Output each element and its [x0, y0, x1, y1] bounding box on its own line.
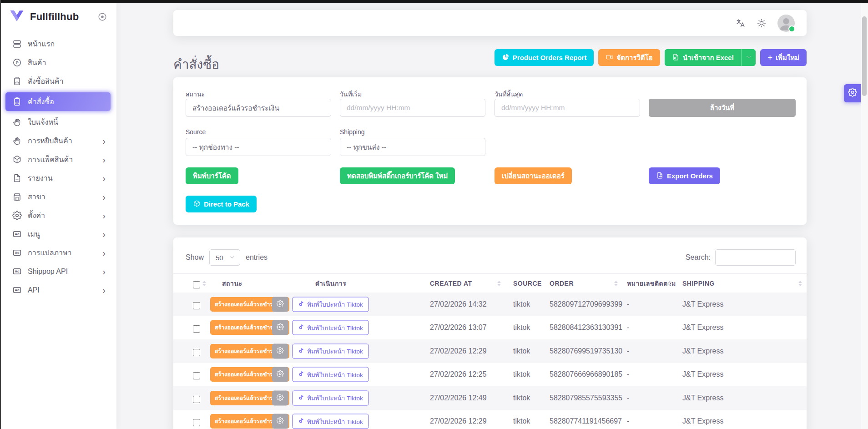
row-checkbox[interactable]	[193, 372, 200, 379]
print-tiktok-label-text: พิมพ์ใบปะหน้า Tiktok	[307, 323, 363, 333]
shipping-filter-select[interactable]: -- ทุกขนส่ง --	[340, 138, 485, 156]
table-header-row: สถานะ ดำเนินการ CREATED AT SOURCE ORDER …	[173, 273, 807, 293]
sidebar-item-purchase-orders[interactable]: สั่งซื้อสินค้า	[0, 72, 116, 91]
video-icon	[606, 53, 613, 62]
theme-toggle-sun-icon[interactable]	[757, 18, 767, 28]
tiktok-icon	[298, 418, 304, 425]
tracking-cell: -	[627, 394, 629, 402]
print-tiktok-label-button[interactable]: พิมพ์ใบปะหน้า Tiktok	[292, 367, 369, 382]
add-new-button[interactable]: + เพิ่มใหม่	[760, 49, 807, 66]
import-excel-dropdown-toggle[interactable]	[741, 49, 756, 66]
sort-icon[interactable]	[668, 274, 671, 293]
sort-icon[interactable]	[497, 274, 501, 293]
sidebar-item-reports[interactable]: รายงาน ›	[0, 169, 116, 187]
import-excel-button[interactable]: นำเข้าจาก Excel	[665, 49, 741, 66]
sidebar-item-label: เมนู	[28, 228, 40, 240]
box-icon	[193, 200, 201, 209]
row-checkbox[interactable]	[193, 419, 200, 426]
column-header-shipping[interactable]: SHIPPING	[682, 274, 715, 293]
print-tiktok-label-button[interactable]: พิมพ์ใบปะหน้า Tiktok	[292, 343, 369, 358]
row-checkbox[interactable]	[193, 325, 200, 333]
page-scrollbar[interactable]	[861, 3, 868, 429]
tiktok-icon	[298, 347, 304, 355]
end-date-input[interactable]	[495, 99, 640, 117]
direct-to-pack-button[interactable]: Direct to Pack	[186, 196, 257, 212]
status-filter-select[interactable]: สร้างออเดอร์แล้วรอชำระเงิน	[186, 99, 331, 117]
export-orders-button[interactable]: Export Orders	[649, 167, 720, 184]
sidebar-item-branches[interactable]: สาขา ›	[0, 187, 116, 206]
row-settings-button[interactable]	[272, 367, 288, 382]
tracking-cell: -	[627, 347, 629, 355]
row-settings-button[interactable]	[272, 297, 288, 312]
sidebar-item-menu[interactable]: Ad เมนู ›	[0, 225, 116, 243]
sidebar-item-api[interactable]: Ad API ›	[0, 281, 116, 299]
change-order-status-button[interactable]: เปลี่ยนสถานะออเดอร์	[495, 167, 572, 184]
created-at-cell: 27/02/2026 12:25	[430, 370, 487, 379]
sidebar-item-label: สาขา	[28, 191, 45, 202]
source-filter-select[interactable]: -- ทุกช่องทาง --	[186, 138, 331, 156]
source-cell: tiktok	[513, 347, 530, 355]
sidebar-item-shippop-api[interactable]: Ad Shippop API ›	[0, 262, 116, 281]
sidebar-item-orders[interactable]: คำสั่งซื้อ	[5, 92, 111, 111]
sidebar-item-packing[interactable]: การแพ็คสินค้า ›	[0, 150, 116, 169]
column-header-source[interactable]: SOURCE	[513, 274, 542, 293]
sidebar-item-translation[interactable]: Ad การแปลภาษา ›	[0, 243, 116, 262]
table-row: สร้างออเดอร์แล้วรอชำระเงิน พิมพ์ใบปะหน้า…	[173, 363, 807, 387]
source-cell: tiktok	[513, 417, 530, 425]
topbar	[173, 10, 807, 36]
row-checkbox[interactable]	[193, 349, 200, 356]
row-checkbox[interactable]	[193, 396, 200, 403]
print-tiktok-label-button[interactable]: พิมพ์ใบปะหน้า Tiktok	[292, 297, 369, 312]
hand-icon	[12, 117, 22, 127]
start-date-input[interactable]	[340, 99, 485, 117]
chevron-down-icon	[745, 54, 752, 62]
row-checkbox[interactable]	[193, 302, 200, 309]
sidebar-item-label: การหยิบสินค้า	[28, 135, 72, 146]
page-size-value: 50	[216, 254, 223, 262]
sort-icon[interactable]	[614, 274, 618, 293]
sidebar-item-products[interactable]: P สินค้า	[0, 53, 116, 72]
row-settings-button[interactable]	[272, 414, 288, 429]
ad-icon: Ad	[12, 229, 22, 239]
row-settings-button[interactable]	[272, 343, 288, 358]
gear-icon	[277, 347, 284, 355]
clear-dates-button[interactable]: ล้างวันที่	[649, 99, 796, 117]
page-size-select[interactable]: 50	[209, 249, 240, 266]
translate-icon[interactable]	[736, 18, 746, 28]
theme-customizer-toggle[interactable]	[844, 84, 861, 102]
scrollbar-thumb[interactable]	[862, 16, 867, 96]
row-settings-button[interactable]	[272, 320, 288, 335]
search-input[interactable]	[715, 249, 796, 266]
page-header-actions: Product Orders Report จัดการวิดีโอ นำเข้…	[173, 49, 807, 66]
column-header-status[interactable]: สถานะ	[222, 274, 242, 293]
column-header-order[interactable]: ORDER	[550, 274, 574, 293]
sort-icon[interactable]	[798, 274, 802, 293]
tiktok-icon	[298, 394, 304, 402]
sidebar-item-settings[interactable]: ตั้งค่า ›	[0, 206, 116, 225]
test-print-barcode-sticker-button[interactable]: ทดสอบพิมพ์สติ๊กเกอร์บาร์โค้ด ใหม่	[340, 167, 455, 184]
row-settings-button[interactable]	[272, 390, 288, 405]
sidebar-item-label: สินค้า	[28, 57, 46, 68]
order-number-cell: 582807741191456697	[550, 417, 622, 425]
gear-icon	[277, 417, 284, 426]
print-tiktok-label-button[interactable]: พิมพ์ใบปะหน้า Tiktok	[292, 414, 369, 429]
user-avatar[interactable]	[777, 15, 795, 32]
manage-video-button[interactable]: จัดการวิดีโอ	[598, 49, 660, 66]
sidebar-item-home[interactable]: หน้าแรก	[0, 35, 116, 53]
sidebar-item-picking[interactable]: การหยิบสินค้า ›	[0, 131, 116, 150]
search-label: Search:	[686, 253, 711, 262]
product-orders-report-button[interactable]: Product Orders Report	[495, 49, 594, 66]
print-tiktok-label-button[interactable]: พิมพ์ใบปะหน้า Tiktok	[292, 390, 369, 405]
sort-icon[interactable]	[202, 274, 206, 293]
start-date-label: วันที่เริ่ม	[340, 89, 362, 99]
brand-logo-icon	[9, 10, 25, 24]
filters-panel: สถานะ สร้างออเดอร์แล้วรอชำระเงิน วันที่เ…	[173, 77, 807, 225]
select-all-checkbox[interactable]	[193, 281, 200, 288]
table-row: สร้างออเดอร์แล้วรอชำระเงิน พิมพ์ใบปะหน้า…	[173, 410, 807, 429]
print-tiktok-label-button[interactable]: พิมพ์ใบปะหน้า Tiktok	[292, 320, 369, 335]
sidebar-collapse-toggle-icon[interactable]	[97, 12, 107, 22]
column-header-created-at[interactable]: CREATED AT	[430, 274, 472, 293]
pie-chart-icon	[502, 53, 510, 62]
print-barcode-button[interactable]: พิมพ์บาร์โค้ด	[186, 167, 238, 184]
sidebar-item-invoices[interactable]: ใบแจ้งหนี้	[0, 113, 116, 131]
